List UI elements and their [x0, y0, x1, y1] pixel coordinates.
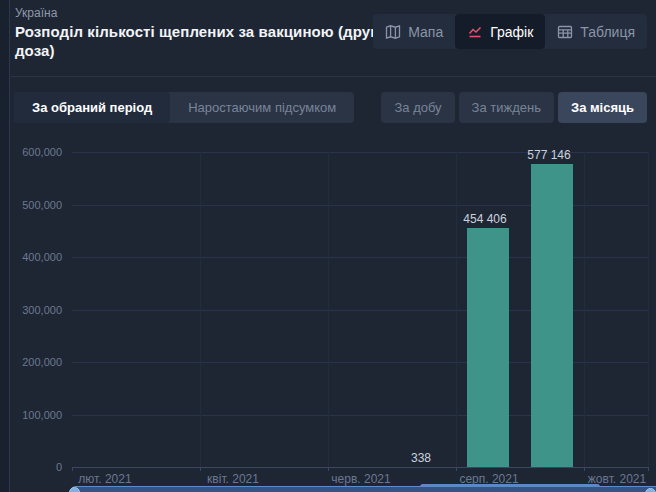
gridline-vertical — [200, 152, 201, 467]
timeline-scrollbar[interactable] — [0, 482, 656, 492]
scrollbar-right-grip[interactable] — [645, 488, 656, 492]
bar-chart: 600,000500,000400,000300,000200,000100,0… — [0, 0, 656, 492]
left-panel-edge — [0, 0, 10, 492]
x-axis-tick — [200, 467, 201, 471]
bar[interactable] — [531, 164, 573, 467]
scrollbar-left-grip[interactable] — [69, 487, 80, 492]
x-axis-tick — [456, 467, 457, 471]
gridline-vertical — [328, 152, 329, 467]
dashboard: Україна Розподіл кількості щеплених за в… — [0, 0, 656, 492]
scrollbar-preview-bump — [420, 484, 600, 487]
bar[interactable] — [467, 228, 509, 467]
gridline-vertical — [648, 152, 649, 467]
bar-value-label: 454 406 — [463, 212, 506, 226]
x-axis-tick — [72, 467, 73, 471]
bar-value-label: 577 146 — [527, 148, 570, 162]
bar-value-label: 338 — [411, 451, 431, 465]
x-axis-tick — [584, 467, 585, 471]
gridline-vertical — [456, 152, 457, 467]
x-axis-tick — [648, 467, 649, 471]
x-axis-tick — [328, 467, 329, 471]
gridline-vertical — [584, 152, 585, 467]
gridline — [72, 467, 648, 468]
